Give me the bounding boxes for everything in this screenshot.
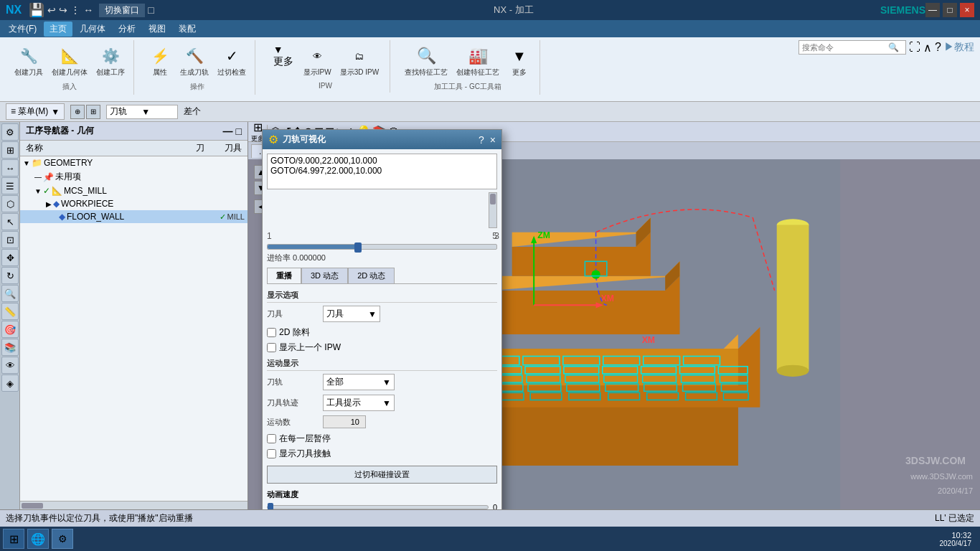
left-icon-filter[interactable]: ⊞ bbox=[1, 141, 19, 159]
menu-geometry[interactable]: 几何体 bbox=[74, 22, 111, 37]
left-icon-measure[interactable]: 📏 bbox=[1, 303, 19, 320]
tree-item-unused[interactable]: — 📌 未用项 bbox=[20, 169, 248, 184]
find-feature-btn[interactable]: 🔍 查找特征工艺 bbox=[402, 43, 451, 79]
show-ipw-btn[interactable]: 👁 显示IPW bbox=[301, 43, 334, 79]
menu-view[interactable]: 视图 bbox=[143, 22, 171, 37]
anim-speed-row: 0 bbox=[267, 503, 497, 509]
svg-text:XM: XM bbox=[642, 335, 655, 345]
more2-btn[interactable]: ▼ 更多 bbox=[505, 43, 534, 79]
menu-file[interactable]: 文件(F) bbox=[3, 22, 42, 37]
dialog-body: GOTO/9.000,22.000,10.000 GOTO/64.997,22.… bbox=[263, 149, 501, 509]
knife-track-dropdown[interactable]: 全部 ▼ bbox=[323, 374, 395, 390]
start-btn[interactable]: ⊞ bbox=[3, 529, 24, 549]
create-geometry-btn[interactable]: 📐 创建几何体 bbox=[49, 43, 90, 79]
props-btn[interactable]: ⚡ 属性 bbox=[146, 43, 174, 79]
close-btn[interactable]: × bbox=[960, 3, 974, 17]
motion-count-label: 运动数 bbox=[267, 417, 317, 428]
dialog-help-btn[interactable]: ? bbox=[479, 134, 484, 146]
left-icon-rotate[interactable]: ↻ bbox=[1, 267, 19, 284]
nav-icon-1[interactable]: ⊕ bbox=[70, 105, 85, 119]
left-icon-cursor[interactable]: ↖ bbox=[1, 213, 19, 230]
goto-scrollbar[interactable] bbox=[489, 192, 497, 228]
tree-item-floor-wall[interactable]: ◆ FLOOR_WALL ✓ MILL bbox=[20, 210, 248, 223]
dialog-gear-icon: ⚙ bbox=[268, 133, 278, 146]
menu-assembly[interactable]: 装配 bbox=[173, 22, 202, 37]
create-feature-label: 创建特征工艺 bbox=[456, 67, 499, 77]
progress-min: 1 bbox=[267, 231, 272, 241]
left-icon-move[interactable]: ✥ bbox=[1, 249, 19, 266]
floor-extra: MILL bbox=[227, 212, 245, 221]
tab-replay[interactable]: 重播 bbox=[267, 268, 301, 283]
checkbox-ipw[interactable] bbox=[267, 343, 276, 352]
nav-scrollbar-h[interactable] bbox=[20, 501, 248, 509]
motion-display-section: 运动显示 bbox=[267, 358, 497, 371]
expand-geometry-icon[interactable]: ▼ bbox=[23, 159, 30, 167]
overcut-btn[interactable]: 过切和碰撞设置 bbox=[267, 466, 497, 484]
nav-maximize-icon[interactable]: □ bbox=[236, 126, 242, 137]
create-operation-btn[interactable]: ⚙️ 创建工序 bbox=[93, 43, 128, 79]
left-icon-snap[interactable]: 🎯 bbox=[1, 321, 19, 338]
pause-checkbox[interactable] bbox=[267, 434, 276, 443]
left-icon-layer[interactable]: 📚 bbox=[1, 339, 19, 356]
knife-footprint-dropdown[interactable]: 工具提示 ▼ bbox=[323, 395, 395, 411]
dialog-title-bar[interactable]: ⚙ 刀轨可视化 ? × bbox=[263, 130, 501, 149]
create-feature-btn[interactable]: 🏭 创建特征工艺 bbox=[453, 43, 502, 79]
ie-btn[interactable]: 🌐 bbox=[27, 529, 49, 549]
nav-icon-2[interactable]: ⊞ bbox=[86, 105, 100, 119]
more-btn[interactable]: ▼更多 bbox=[269, 43, 298, 79]
toolbar-dropdown[interactable]: 刀轨 ▼ bbox=[106, 105, 178, 119]
tab-3d-anim[interactable]: 3D 动态 bbox=[301, 268, 348, 283]
progress-track[interactable] bbox=[267, 244, 497, 250]
knife-label: 刀具 bbox=[267, 309, 317, 319]
app-btn[interactable]: ⚙ bbox=[52, 529, 73, 549]
checkbox-2d[interactable] bbox=[267, 328, 276, 337]
second-toolbar: ≡ 菜单(M) ▼ ⊕ ⊞ 刀轨 ▼ 差个 bbox=[0, 102, 980, 122]
tab-2d-anim[interactable]: 2D 动态 bbox=[348, 268, 395, 283]
tree-item-geometry[interactable]: ▼ 📁 GEOMETRY bbox=[20, 156, 248, 169]
ribbon-group-ops: ⚡ 属性 🔨 生成刀轨 ✓ 过切检查 操作 bbox=[140, 40, 255, 95]
tutorial-icon[interactable]: ▶教程 bbox=[944, 41, 974, 54]
anim-speed-track[interactable] bbox=[267, 505, 489, 509]
search-input[interactable] bbox=[802, 43, 888, 52]
chevron-up-icon[interactable]: ∧ bbox=[923, 41, 932, 55]
left-icon-3d[interactable]: ⬡ bbox=[1, 195, 19, 212]
switch-window-btn[interactable]: 切换窗口 bbox=[99, 4, 145, 17]
expand-icon[interactable]: ⛶ bbox=[909, 41, 920, 54]
expand-mcs-icon[interactable]: ▼ bbox=[34, 187, 42, 195]
progress-thumb[interactable] bbox=[354, 242, 362, 253]
minimize-btn[interactable]: — bbox=[925, 3, 940, 17]
left-icon-select[interactable]: ⊡ bbox=[1, 231, 19, 248]
menu-analysis[interactable]: 分析 bbox=[113, 22, 141, 37]
maximize-btn[interactable]: □ bbox=[943, 3, 957, 17]
left-icon-zoom[interactable]: 🔍 bbox=[1, 285, 19, 302]
taskbar-date: 2020/4/17 bbox=[940, 540, 972, 547]
menu-home[interactable]: 主页 bbox=[44, 22, 72, 37]
left-icon-misc[interactable]: ◈ bbox=[1, 375, 19, 392]
dialog-close-btn[interactable]: × bbox=[490, 134, 496, 146]
search-icon: 🔍 bbox=[888, 42, 899, 52]
left-icon-view[interactable]: 👁 bbox=[1, 357, 19, 374]
gen-toolpath-btn[interactable]: 🔨 生成刀轨 bbox=[177, 43, 212, 79]
left-icon-settings[interactable]: ⚙ bbox=[1, 123, 19, 141]
menu-dropdown-btn[interactable]: ≡ 菜单(M) ▼ bbox=[6, 103, 65, 120]
show-collision-checkbox[interactable] bbox=[267, 449, 276, 458]
tree-item-mcs[interactable]: ▼ ✓ 📐 MCS_MILL bbox=[20, 184, 248, 197]
watermark-date: 2020/4/17 bbox=[938, 486, 973, 495]
left-icon-expand[interactable]: ↔ bbox=[1, 159, 19, 176]
expand-workpiece-icon[interactable]: ▶ bbox=[46, 200, 52, 208]
tree-item-workpiece[interactable]: ▶ ◆ WORKPIECE bbox=[20, 197, 248, 210]
nav-minimize-icon[interactable]: — bbox=[223, 126, 233, 137]
search-box[interactable]: 🔍 bbox=[798, 40, 906, 55]
checkbox-ipw-row: 显示上一个 IPW bbox=[267, 342, 497, 354]
show-3d-ipw-btn[interactable]: 🗂 显示3D IPW bbox=[337, 43, 382, 79]
create-operation-icon: ⚙️ bbox=[99, 44, 122, 67]
knife-dropdown[interactable]: 刀具 ▼ bbox=[323, 306, 380, 322]
overcut-check-btn[interactable]: ✓ 过切检查 bbox=[215, 43, 249, 79]
help-icon[interactable]: ? bbox=[935, 41, 941, 54]
toolpath-viz-dialog[interactable]: ⚙ 刀轨可视化 ? × GOTO/9.000,22.000,10.000 GOT… bbox=[262, 129, 502, 509]
checkbox-2d-label: 2D 除料 bbox=[279, 326, 310, 339]
create-knife-btn[interactable]: 🔧 创建刀具 bbox=[11, 43, 46, 79]
anim-speed-thumb[interactable] bbox=[268, 503, 273, 509]
motion-count-value[interactable]: 10 bbox=[323, 415, 366, 428]
left-icon-list[interactable]: ☰ bbox=[1, 177, 19, 194]
